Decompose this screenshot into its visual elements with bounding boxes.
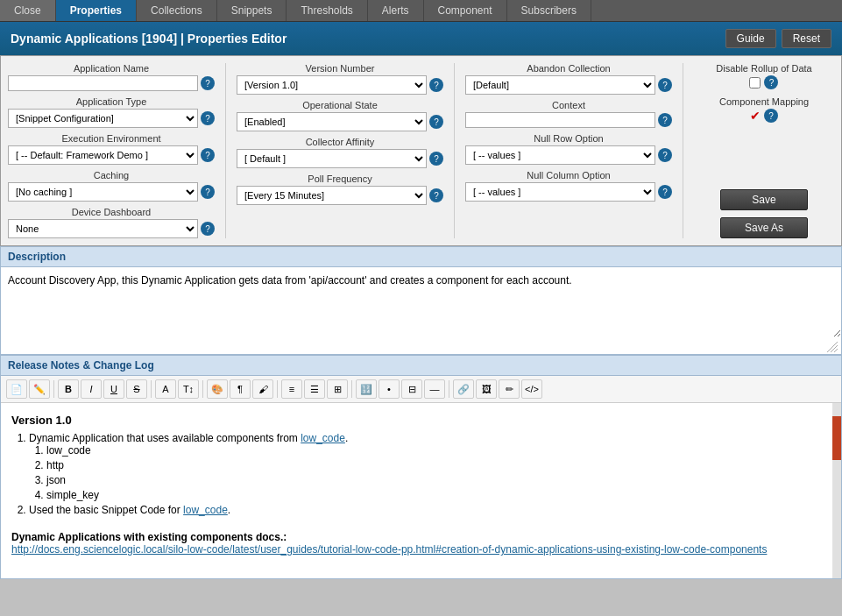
toolbar-file-icon[interactable]: 📄 [6, 379, 27, 399]
toolbar-highlight-button[interactable]: 🎨 [207, 379, 228, 399]
toolbar-separator-2 [151, 380, 152, 398]
guide-button[interactable]: Guide [725, 29, 776, 48]
tab-thresholds[interactable]: Thresholds [287, 0, 367, 21]
poll-frequency-select[interactable]: [Every 15 Minutes] [237, 186, 427, 205]
version-number-help-icon[interactable]: ? [429, 78, 443, 92]
toolbar-image-button[interactable]: 🖼 [476, 379, 497, 399]
low-code-link-1[interactable]: low_code [301, 432, 345, 444]
poll-frequency-help-icon[interactable]: ? [429, 188, 443, 202]
app-name-help-icon[interactable]: ? [201, 76, 215, 90]
null-row-group: Null Row Option [ -- values ] ? [465, 133, 672, 165]
disable-rollup-help-icon[interactable]: ? [764, 75, 778, 89]
tab-properties[interactable]: Properties [56, 0, 137, 21]
toolbar-font-color-button[interactable]: A [155, 379, 176, 399]
form-col-2: Version Number [Version 1.0] ? Operation… [237, 63, 443, 238]
device-dashboard-select[interactable]: None [8, 219, 198, 238]
collector-affinity-group: Collector Affinity [ Default ] ? [237, 137, 443, 168]
disable-rollup-group: Disable Rollup of Data ? [716, 63, 811, 89]
toolbar-table-button[interactable]: ⊟ [401, 379, 422, 399]
toolbar-link-button[interactable]: 🔗 [453, 379, 474, 399]
version-number-select[interactable]: [Version 1.0] [237, 75, 427, 95]
toolbar-edit-icon[interactable]: ✏️ [29, 379, 50, 399]
abandon-collection-select[interactable]: [Default] [465, 75, 655, 95]
description-section-header: Description [0, 246, 842, 266]
collector-affinity-select[interactable]: [ Default ] [237, 149, 427, 168]
release-notes-section-header: Release Notes & Change Log [0, 355, 842, 375]
null-column-help-icon[interactable]: ? [658, 185, 672, 199]
toolbar-align-left-button[interactable]: ≡ [281, 379, 302, 399]
toolbar-brush-button[interactable]: 🖌 [252, 379, 273, 399]
operational-state-help-icon[interactable]: ? [429, 115, 443, 129]
docs-link[interactable]: http://docs.eng.sciencelogic.local/silo-… [11, 543, 767, 556]
operational-state-select[interactable]: [Enabled] [237, 112, 427, 131]
description-textarea[interactable] [1, 267, 841, 337]
toolbar-strikethrough-button[interactable]: S [126, 379, 147, 399]
null-row-help-icon[interactable]: ? [658, 148, 672, 162]
docs-link-paragraph: http://docs.eng.sciencelogic.local/silo-… [11, 543, 831, 556]
scrollbar-thumb[interactable] [832, 416, 841, 460]
device-dashboard-help-icon[interactable]: ? [201, 222, 215, 236]
save-button[interactable]: Save [720, 189, 808, 210]
disable-rollup-checkbox[interactable] [749, 77, 761, 89]
tab-snippets[interactable]: Snippets [217, 0, 287, 21]
version-heading: Version 1.0 [11, 414, 831, 427]
abandon-collection-label: Abandon Collection [527, 63, 610, 74]
caching-help-icon[interactable]: ? [201, 185, 215, 199]
app-type-help-icon[interactable]: ? [201, 111, 215, 125]
context-label: Context [552, 100, 585, 110]
toolbar-ordered-list-button[interactable]: 🔢 [356, 379, 377, 399]
abandon-collection-help-icon[interactable]: ? [658, 78, 672, 92]
form-col-4: Disable Rollup of Data ? Component Mappi… [694, 63, 834, 238]
tab-alerts[interactable]: Alerts [368, 0, 424, 21]
scrollbar-track[interactable] [832, 403, 841, 578]
exec-env-select[interactable]: [ -- Default: Framework Demo ] [8, 145, 198, 165]
caching-select[interactable]: [No caching ] [8, 182, 198, 202]
component-mapping-help-icon[interactable]: ? [764, 109, 778, 123]
exec-env-group: Execution Environment [ -- Default: Fram… [8, 133, 215, 165]
reset-button[interactable]: Reset [782, 29, 831, 48]
toolbar-paragraph-button[interactable]: ¶ [230, 379, 251, 399]
exec-env-label: Execution Environment [61, 133, 160, 144]
toolbar-align-right-button[interactable]: ⊞ [327, 379, 348, 399]
exec-env-help-icon[interactable]: ? [201, 148, 215, 162]
page-title: Dynamic Applications [1904] | Properties… [11, 32, 287, 46]
save-as-button[interactable]: Save As [720, 217, 808, 238]
toolbar-bold-button[interactable]: B [58, 379, 79, 399]
app-type-label: Application Type [76, 96, 147, 107]
toolbar-code-button[interactable]: </> [521, 379, 542, 399]
tab-collections[interactable]: Collections [137, 0, 217, 21]
toolbar-hr-button[interactable]: — [424, 379, 445, 399]
toolbar-separator-6 [449, 380, 449, 398]
description-area [0, 266, 842, 355]
list-item-2: Used the basic Snippet Code for low_code… [29, 504, 831, 516]
tab-component[interactable]: Component [424, 0, 507, 21]
context-help-icon[interactable]: ? [658, 113, 672, 127]
app-type-group: Application Type [Snippet Configuration]… [8, 96, 215, 128]
null-column-label: Null Column Option [527, 170, 610, 181]
app-name-input[interactable]: Accounts Discovery [8, 75, 198, 91]
list-item-1: Dynamic Application that uses available … [29, 432, 831, 501]
editor-toolbar: 📄 ✏️ B I U S A T↕ 🎨 ¶ 🖌 ≡ ☰ ⊞ 🔢 • ⊟ — 🔗 [1, 376, 841, 403]
tab-subscribers[interactable]: Subscribers [507, 0, 591, 21]
app-name-label: Application Name [74, 63, 149, 74]
low-code-link-2[interactable]: low_code [183, 504, 228, 516]
toolbar-align-center-button[interactable]: ☰ [304, 379, 325, 399]
toolbar-text-size-button[interactable]: T↕ [178, 379, 199, 399]
collector-affinity-help-icon[interactable]: ? [429, 152, 443, 166]
app-type-select[interactable]: [Snippet Configuration] [8, 109, 198, 128]
null-row-select[interactable]: [ -- values ] [465, 145, 655, 165]
sub-list: low_code http json simple_key [29, 444, 831, 501]
toolbar-separator-1 [53, 380, 54, 398]
device-dashboard-group: Device Dashboard None ? [8, 207, 215, 238]
toolbar-pencil-button[interactable]: ✏ [499, 379, 520, 399]
context-input[interactable] [465, 112, 655, 128]
poll-frequency-label: Poll Frequency [308, 173, 371, 184]
component-mapping-group: Component Mapping ✔ ? [719, 96, 809, 123]
svg-line-1 [831, 345, 838, 352]
null-column-select[interactable]: [ -- values ] [465, 182, 655, 202]
editor-content[interactable]: Version 1.0 Dynamic Application that use… [1, 403, 841, 578]
tab-close[interactable]: Close [0, 0, 56, 21]
toolbar-italic-button[interactable]: I [81, 379, 102, 399]
toolbar-unordered-list-button[interactable]: • [379, 379, 400, 399]
toolbar-underline-button[interactable]: U [103, 379, 124, 399]
